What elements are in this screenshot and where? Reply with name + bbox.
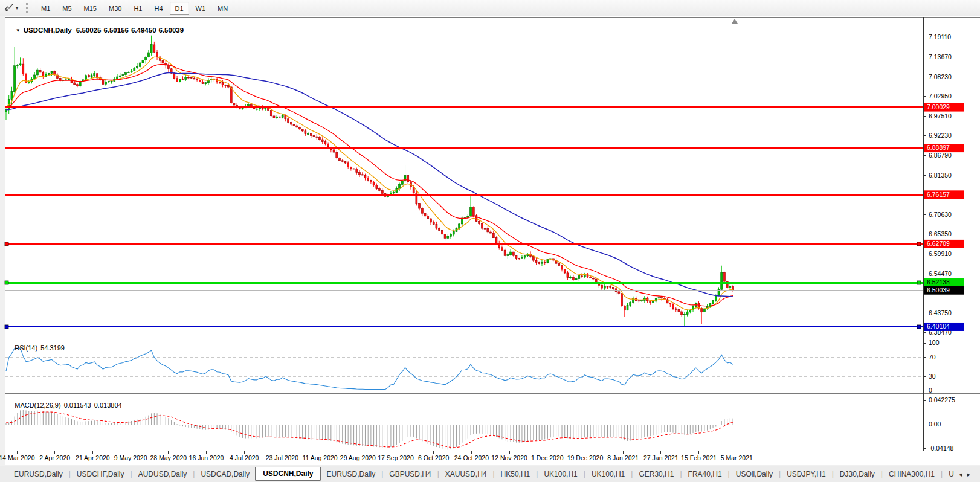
bear-candle [723, 272, 725, 281]
tab-usdcnh-daily[interactable]: USDCNH,Daily [255, 467, 321, 481]
tab-separator: | [584, 470, 585, 478]
timeframe-button-D1[interactable]: D1 [170, 2, 189, 15]
tab-audusd-daily[interactable]: AUDUSD,Daily [133, 467, 193, 481]
bear-candle [512, 252, 514, 255]
price-tick-label: 6.65350 [929, 230, 952, 237]
bear-candle [407, 175, 409, 181]
tab-eurusd-daily[interactable]: EURUSD,Daily [321, 467, 381, 481]
bull-candle [14, 66, 16, 92]
mt4-terminal: { "toolbar": { "tool_icon": "crosshair-l… [0, 0, 980, 482]
timeframe-button-M5[interactable]: M5 [57, 2, 77, 15]
tab-separator: | [881, 470, 883, 478]
tabs-scroll-right-icon[interactable]: ▸ [967, 471, 975, 478]
chart-window[interactable]: 7.191107.136707.082307.029506.975106.922… [0, 16, 980, 465]
bear-candle [607, 286, 608, 287]
bear-candle [324, 142, 326, 144]
tab-separator: | [437, 470, 439, 478]
hline-handle-right-6.40104[interactable] [917, 325, 921, 329]
bear-candle [336, 152, 338, 158]
bear-candle [219, 82, 221, 83]
bear-candle [535, 260, 537, 262]
macd-tick-label: 0.042275 [929, 396, 955, 403]
chart-objects-caret-icon[interactable]: ▼ [16, 28, 21, 33]
timeframe-toolbar: ▾ M1M5M15M30H1H4D1W1MN [0, 0, 980, 16]
bull-candle [507, 255, 509, 256]
tab-dj30-daily[interactable]: DJ30,Daily [834, 467, 880, 481]
bear-candle [419, 204, 421, 208]
bear-candle [495, 237, 497, 243]
tab-usdchf-daily[interactable]: USDCHF,Daily [71, 467, 130, 481]
bull-candle [721, 273, 723, 290]
hline-handle-left-6.52138[interactable] [5, 281, 8, 284]
macd-tick-label: 0.00 [929, 420, 941, 428]
tab-separator: | [728, 470, 730, 478]
bull-candle [122, 75, 124, 76]
tab-usdcad-daily[interactable]: USDCAD,Daily [195, 467, 255, 481]
macd-name: MACD(12,26,9) [15, 402, 60, 409]
hline-handle-right-6.62709[interactable] [917, 242, 921, 246]
timeframe-button-H4[interactable]: H4 [149, 2, 168, 15]
bear-candle [359, 173, 361, 175]
bear-candle [481, 223, 483, 228]
bull-candle [729, 286, 731, 288]
timeframe-button-M30[interactable]: M30 [103, 2, 127, 15]
hline-price-label: 7.00029 [927, 103, 950, 111]
bear-candle [672, 304, 674, 309]
time-axis-label: 12 Nov 2020 [491, 454, 527, 461]
tab-ger30-h1[interactable]: GER30,H1 [633, 467, 679, 481]
timeframe-button-W1[interactable]: W1 [190, 2, 211, 15]
tabs-scroll-left-icon[interactable]: ◂ [959, 471, 967, 478]
bull-candle [541, 262, 543, 263]
bull-candle [68, 79, 69, 80]
bull-candle [627, 305, 628, 310]
time-axis-label: 14 Mar 2020 [0, 454, 35, 461]
hline-price-label: 6.52138 [927, 278, 950, 286]
price-tick-label: 6.54470 [929, 270, 952, 277]
bear-candle [22, 64, 24, 74]
bear-candle [167, 65, 169, 69]
rsi-tick-label: 0 [929, 387, 932, 394]
timeframe-button-MN[interactable]: MN [212, 2, 233, 15]
bear-candle [182, 79, 184, 80]
bear-candle [173, 73, 175, 79]
price-tick-label: 6.81350 [929, 172, 952, 179]
timeframe-button-M15[interactable]: M15 [79, 2, 102, 15]
tab-china300-h1[interactable]: CHINA300,H1 [883, 467, 940, 481]
bear-candle [196, 79, 198, 80]
tab-eurusd-daily[interactable]: EURUSD,Daily [8, 467, 68, 481]
tab-separator: | [193, 470, 195, 478]
price-tick-label: 6.59910 [929, 250, 952, 257]
hline-handle-left-6.62709[interactable] [5, 242, 8, 246]
tab-usoil[interactable]: USOil, [943, 467, 954, 481]
bear-candle [356, 169, 358, 173]
tab-usoil-daily[interactable]: USOil,Daily [730, 467, 778, 481]
tool-dropdown-caret-icon[interactable]: ▾ [16, 5, 18, 11]
bear-candle [156, 53, 158, 57]
bear-candle [379, 189, 381, 191]
timeframe-button-H1[interactable]: H1 [128, 2, 147, 15]
bear-candle [567, 273, 569, 278]
toolbar-grip-handle[interactable] [26, 3, 30, 13]
tab-xauusd-h4[interactable]: XAUUSD,H4 [440, 467, 492, 481]
hline-handle-left-6.40104[interactable] [5, 325, 8, 329]
bear-candle [321, 140, 323, 142]
tab-gbpusd-h4[interactable]: GBPUSD,H4 [384, 467, 436, 481]
hline-handle-right-6.52138[interactable] [917, 281, 921, 284]
timeframe-button-M1[interactable]: M1 [36, 2, 56, 15]
ohlc-close: 6.50039 [159, 27, 184, 34]
tab-separator: | [631, 470, 633, 478]
tab-fra40-h1[interactable]: FRA40,H1 [683, 467, 727, 481]
bull-candle [524, 256, 526, 257]
price-chart-canvas[interactable]: 7.191107.136707.082307.029506.975106.922… [0, 16, 980, 465]
bull-candle [453, 232, 454, 234]
tab-usdjpy-h1[interactable]: USDJPY,H1 [781, 467, 831, 481]
macd-signal-value: 0.013804 [94, 402, 122, 409]
tab-hk50-h1[interactable]: HK50,H1 [495, 467, 536, 481]
line-tool-button[interactable]: ▾ [2, 2, 20, 14]
tab-separator: | [492, 470, 494, 478]
rsi-indicator-label: RSI(14)54.3199 [7, 337, 68, 359]
bear-candle [675, 309, 677, 309]
tab-uk100-h1[interactable]: UK100,H1 [538, 467, 582, 481]
bear-candle [339, 158, 341, 160]
tab-uk100-h1[interactable]: UK100,H1 [586, 467, 630, 481]
